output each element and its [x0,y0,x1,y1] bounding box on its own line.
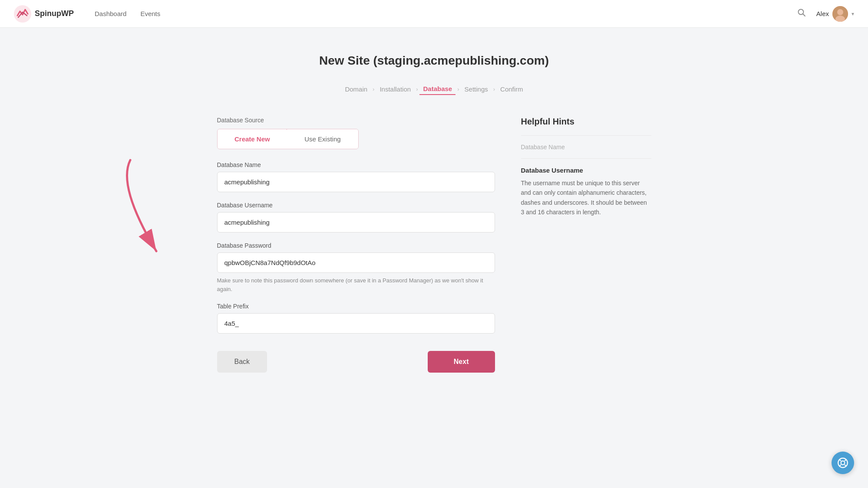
database-username-input[interactable] [217,212,495,233]
chevron-2: › [416,86,418,92]
hint-database-username: Database Username The username must be u… [521,158,651,225]
search-button[interactable] [795,7,808,21]
form-buttons: Back Next [217,351,495,373]
next-button[interactable]: Next [428,351,495,373]
database-password-label: Database Password [217,242,495,249]
navbar-nav: Dashboard Events [95,10,795,17]
svg-line-9 [839,459,841,461]
navbar: SpinupWP Dashboard Events Alex ▾ [0,0,868,28]
chevron-3: › [457,86,459,92]
step-confirm[interactable]: Confirm [497,84,527,95]
page-title: New Site (staging.acmepublishing.com) [182,54,686,68]
user-menu[interactable]: Alex ▾ [816,6,854,22]
steps-nav: Domain › Installation › Database › Setti… [182,83,686,95]
form-layout: Database Source Create New Use Existing … [217,117,651,373]
database-name-group: Database Name [217,161,495,192]
chevron-1: › [373,86,374,92]
use-existing-button[interactable]: Use Existing [287,129,358,149]
database-username-group: Database Username [217,202,495,233]
database-password-hint: Make sure to note this password down som… [217,276,495,293]
nav-events[interactable]: Events [140,10,160,17]
logo[interactable]: SpinupWP [14,5,74,23]
svg-point-8 [841,461,845,465]
support-button[interactable] [832,452,854,474]
step-domain[interactable]: Domain [341,84,371,95]
step-installation[interactable]: Installation [376,84,414,95]
svg-line-11 [845,459,846,461]
back-button[interactable]: Back [217,351,267,373]
avatar-image [832,6,848,22]
table-prefix-group: Table Prefix [217,303,495,334]
form-main: Database Source Create New Use Existing … [217,117,495,373]
chevron-4: › [493,86,495,92]
database-source-group: Database Source Create New Use Existing [217,117,495,149]
hints-title: Helpful Hints [521,117,651,127]
navbar-right: Alex ▾ [795,6,854,22]
database-name-input[interactable] [217,172,495,192]
svg-point-4 [837,9,843,15]
step-settings[interactable]: Settings [461,84,492,95]
database-password-input[interactable] [217,252,495,273]
database-password-group: Database Password Make sure to note this… [217,242,495,293]
hint-database-name: Database Name [521,135,651,158]
avatar [832,6,848,22]
svg-line-2 [803,14,805,16]
logo-text: SpinupWP [35,9,74,18]
table-prefix-input[interactable] [217,313,495,334]
database-source-label: Database Source [217,117,495,124]
hint-database-username-title: Database Username [521,167,651,174]
database-name-label: Database Name [217,161,495,168]
annotation-arrow [104,151,226,273]
svg-point-1 [798,10,803,15]
step-database[interactable]: Database [419,83,455,95]
hint-database-name-title: Database Name [521,144,651,151]
chevron-down-icon: ▾ [851,11,854,17]
create-new-button[interactable]: Create New [217,129,288,149]
table-prefix-label: Table Prefix [217,303,495,310]
database-username-label: Database Username [217,202,495,209]
search-icon [797,8,806,17]
main-content: New Site (staging.acmepublishing.com) Do… [174,28,695,399]
svg-line-12 [839,465,841,466]
database-source-toggle: Create New Use Existing [217,129,359,149]
life-ring-icon [837,457,848,468]
user-name: Alex [816,10,829,17]
logo-icon [14,5,31,23]
svg-line-10 [845,465,846,466]
hints-sidebar: Helpful Hints Database Name Database Use… [521,117,651,373]
nav-dashboard[interactable]: Dashboard [95,10,126,17]
hint-database-username-text: The username must be unique to this serv… [521,178,651,217]
